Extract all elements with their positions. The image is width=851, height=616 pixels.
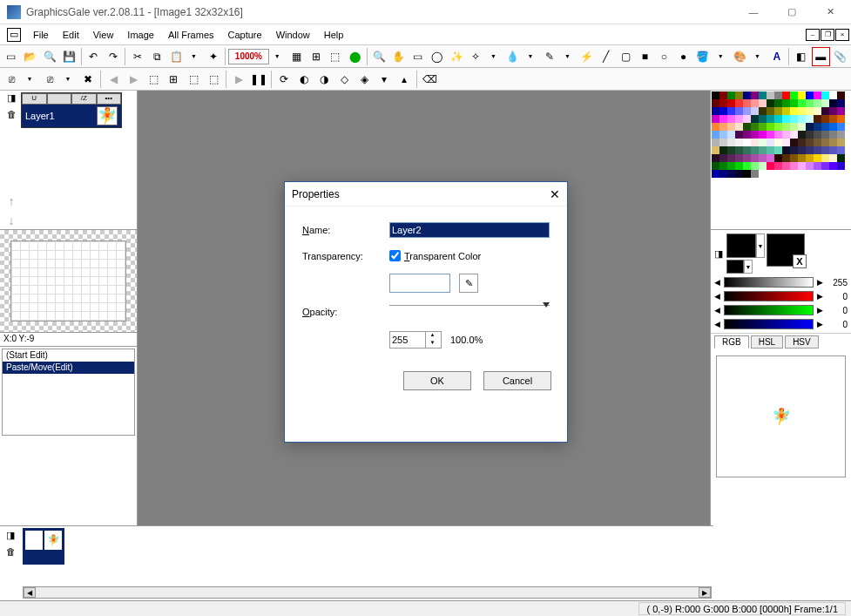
undo-icon[interactable]: ↶ xyxy=(84,47,103,66)
layer-tab[interactable]: /Z xyxy=(71,93,97,105)
palette-swatch[interactable] xyxy=(727,170,735,178)
palette-swatch[interactable] xyxy=(727,154,735,162)
save-icon[interactable]: 💾 xyxy=(60,47,78,66)
palette-swatch[interactable] xyxy=(767,107,774,115)
palette-swatch[interactable] xyxy=(774,91,782,99)
palette-swatch[interactable] xyxy=(829,162,837,170)
palette-swatch[interactable] xyxy=(774,131,782,139)
palette-swatch[interactable] xyxy=(759,107,767,115)
palette-swatch[interactable] xyxy=(727,162,735,170)
paste-icon[interactable]: 📋 xyxy=(167,47,186,66)
palette-swatch[interactable] xyxy=(790,139,798,146)
palette-swatch[interactable] xyxy=(806,91,814,99)
palette-swatch[interactable] xyxy=(759,154,767,162)
palette-swatch[interactable] xyxy=(821,146,829,154)
palette-swatch[interactable] xyxy=(735,154,743,162)
palette-swatch[interactable] xyxy=(759,123,767,131)
palette-swatch[interactable] xyxy=(814,99,821,107)
palette-swatch[interactable] xyxy=(806,146,814,154)
palette-swatch[interactable] xyxy=(767,99,774,107)
play-icon[interactable]: ▶ xyxy=(229,70,248,89)
palette-swatch[interactable] xyxy=(814,139,821,146)
copy-icon[interactable]: ⧉ xyxy=(147,47,165,66)
brush-icon[interactable]: ⚡ xyxy=(577,47,596,66)
select-rect-icon[interactable]: ▭ xyxy=(409,47,427,66)
wand2-icon[interactable]: ✧ xyxy=(467,47,485,66)
zoom-field[interactable]: 1000% xyxy=(228,49,268,64)
rect-icon[interactable]: ▢ xyxy=(616,47,634,66)
name-input[interactable] xyxy=(389,222,550,238)
text-icon[interactable]: A xyxy=(767,47,786,66)
palette-swatch[interactable] xyxy=(790,131,798,139)
palette-swatch[interactable] xyxy=(759,146,767,154)
palette-swatch[interactable] xyxy=(719,170,727,178)
ok-button[interactable]: OK xyxy=(403,371,471,390)
navigator-preview[interactable] xyxy=(0,230,137,333)
scroll-left-icon[interactable]: ◀ xyxy=(24,587,36,598)
palette-swatch[interactable] xyxy=(806,99,814,107)
palette-swatch[interactable] xyxy=(719,131,727,139)
palette-swatch[interactable] xyxy=(782,154,790,162)
palette-swatch[interactable] xyxy=(743,139,751,146)
palette-swatch[interactable] xyxy=(712,91,719,99)
palette-swatch[interactable] xyxy=(798,99,806,107)
palette-swatch[interactable] xyxy=(735,170,743,178)
pencil-icon[interactable]: ✎ xyxy=(541,47,559,66)
palette-swatch[interactable] xyxy=(821,115,829,123)
eyedropper-icon[interactable]: 💧 xyxy=(503,47,522,66)
palette-swatch[interactable] xyxy=(814,91,821,99)
layer-tab[interactable] xyxy=(47,93,72,105)
replace-icon[interactable]: 🎨 xyxy=(731,47,749,66)
palette-swatch[interactable] xyxy=(712,107,719,115)
palette-swatch[interactable] xyxy=(719,154,727,162)
menu-file[interactable]: File xyxy=(26,27,56,43)
prev-frame-icon[interactable]: ◀ xyxy=(104,70,123,89)
palette-swatch[interactable] xyxy=(837,91,845,99)
palette-swatch[interactable] xyxy=(751,123,759,131)
palette-swatch[interactable] xyxy=(735,146,743,154)
palette-swatch[interactable] xyxy=(767,123,774,131)
redo-icon[interactable]: ↷ xyxy=(104,47,122,66)
palette-swatch[interactable] xyxy=(712,146,719,154)
palette-swatch[interactable] xyxy=(727,123,735,131)
open-icon[interactable]: 📂 xyxy=(21,47,39,66)
palette-swatch[interactable] xyxy=(829,146,837,154)
rotate-icon[interactable]: ⟳ xyxy=(274,70,294,89)
palette-swatch[interactable] xyxy=(790,123,798,131)
menu-window[interactable]: Window xyxy=(269,27,317,43)
palette-swatch[interactable] xyxy=(735,162,743,170)
palette-swatch[interactable] xyxy=(814,123,821,131)
palette-swatch[interactable] xyxy=(837,99,845,107)
palette-swatch[interactable] xyxy=(727,139,735,146)
palette-swatch[interactable] xyxy=(837,115,845,123)
transparent-checkbox[interactable]: Transparent Color xyxy=(389,250,481,261)
palette-swatch[interactable] xyxy=(814,107,821,115)
new-icon[interactable]: ▭ xyxy=(2,47,20,66)
palette-swatch[interactable] xyxy=(806,154,814,162)
palette-swatch[interactable] xyxy=(719,115,727,123)
frame-opts-icon[interactable]: ⎚ xyxy=(2,70,21,89)
effect-icon[interactable]: ◈ xyxy=(355,70,374,89)
mdi-restore[interactable]: ❐ xyxy=(821,29,834,41)
hand-icon[interactable]: ✋ xyxy=(389,47,408,66)
shift-icon[interactable]: ◇ xyxy=(334,70,354,89)
mirror-icon[interactable]: ◑ xyxy=(314,70,334,89)
swap-colors-icon[interactable]: X xyxy=(793,254,807,268)
palette-swatch[interactable] xyxy=(782,91,790,99)
palette-swatch[interactable] xyxy=(829,139,837,146)
palette-swatch[interactable] xyxy=(751,146,759,154)
colormode-rgb[interactable]: RGB xyxy=(714,335,749,349)
marquee-icon[interactable]: ⬚ xyxy=(326,47,344,66)
history-item[interactable]: Paste/Move(Edit) xyxy=(3,362,134,374)
menu-capture[interactable]: Capture xyxy=(221,27,269,43)
clip-icon[interactable]: 📎 xyxy=(831,47,849,66)
palette-swatch[interactable] xyxy=(774,115,782,123)
palette-swatch[interactable] xyxy=(719,91,727,99)
menu-view[interactable]: View xyxy=(86,27,121,43)
frame-thumb[interactable]: 🧚 xyxy=(23,528,64,565)
palette-swatch[interactable] xyxy=(719,107,727,115)
line-icon[interactable]: ╱ xyxy=(597,47,615,66)
palette-swatch[interactable] xyxy=(829,99,837,107)
lasso-icon[interactable]: ◯ xyxy=(428,47,446,66)
menu-image[interactable]: Image xyxy=(120,27,161,43)
